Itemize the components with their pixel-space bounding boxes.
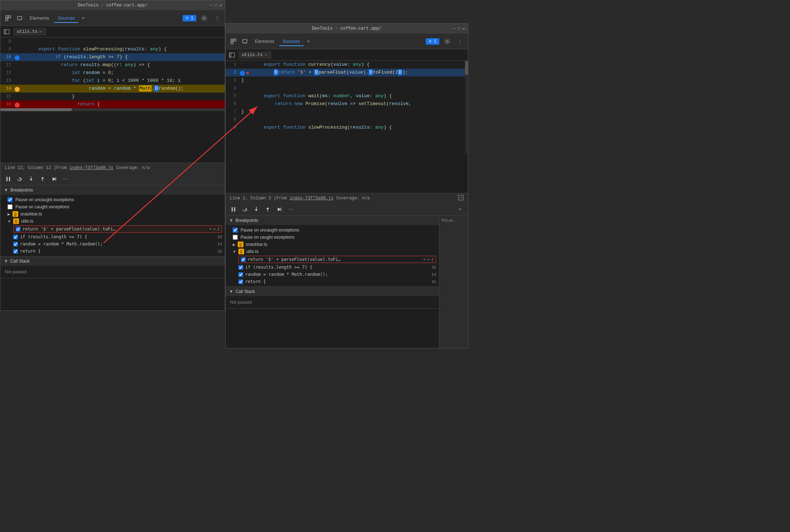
file-tab-row-1: utils.ts ✕ bbox=[0, 26, 225, 38]
pause-caught-checkbox-2[interactable] bbox=[233, 235, 238, 240]
close-btn-1[interactable]: ✕ bbox=[219, 3, 222, 8]
continue-btn-1[interactable] bbox=[49, 174, 59, 184]
device-icon-2[interactable] bbox=[240, 36, 250, 46]
bp-length-checkbox-1[interactable] bbox=[13, 235, 18, 239]
bp-currency-checkbox-2[interactable] bbox=[241, 257, 246, 262]
breakpoints-label-1: Breakpoints bbox=[10, 188, 33, 193]
scrollbar-thumb-1[interactable] bbox=[0, 108, 72, 111]
panel-expand-btn-2[interactable]: » bbox=[455, 204, 465, 214]
snackbar-label-1: snackbar.ts bbox=[20, 212, 42, 217]
window-controls-2[interactable]: — □ ✕ bbox=[453, 26, 465, 31]
device-icon-1[interactable] bbox=[15, 13, 25, 23]
cursor-position-1: Line 12, Column 12 bbox=[5, 165, 51, 170]
minimize-btn-2[interactable]: — bbox=[453, 26, 455, 31]
window-title-2: DevTools - coffee-cart.app/ bbox=[312, 26, 381, 31]
settings-icon-1[interactable] bbox=[199, 13, 209, 23]
call-stack-header-2[interactable]: ▼ Call Stack bbox=[226, 287, 439, 296]
bp-item-currency-2: return '$' + parseFloat(value).toFi… ✎ ✕… bbox=[238, 256, 436, 263]
maximize-btn-1[interactable]: □ bbox=[215, 3, 217, 8]
bp-edit-icon-2[interactable]: ✎ bbox=[423, 257, 426, 262]
scrollbar-h-1[interactable] bbox=[0, 108, 225, 111]
deactivate-btn-1[interactable] bbox=[60, 174, 70, 184]
tab-more-2[interactable]: » bbox=[305, 37, 312, 45]
console-badge-1[interactable]: ≡ 1 bbox=[183, 15, 196, 21]
minimize-btn-1[interactable]: — bbox=[210, 3, 212, 8]
sidebar-toggle-2[interactable] bbox=[227, 50, 237, 60]
pause-uncaught-item-1: Pause on uncaught exceptions bbox=[0, 196, 225, 203]
console-badge-2[interactable]: ≡ 1 bbox=[426, 38, 439, 45]
step-out-btn-2[interactable] bbox=[263, 204, 273, 214]
snackbar-group-1[interactable]: ▶ {} snackbar.ts bbox=[0, 210, 225, 218]
utils-arrow-1: ▼ bbox=[8, 219, 11, 223]
utils-group-2[interactable]: ▼ {} utils.ts bbox=[226, 248, 439, 255]
svg-rect-3 bbox=[18, 16, 22, 20]
pause-uncaught-checkbox-1[interactable] bbox=[8, 197, 13, 202]
source-file-link-1[interactable]: index-73f73a80.js bbox=[70, 165, 113, 170]
breakpoints-header-2[interactable]: ▼ Breakpoints bbox=[226, 216, 439, 225]
coverage-icon-2[interactable] bbox=[458, 195, 464, 202]
code-line-16: 16 return { bbox=[0, 100, 225, 108]
cursor-position-2: Line 2, Column 3 bbox=[230, 196, 271, 201]
inspect-icon-1[interactable] bbox=[3, 13, 13, 23]
file-tab-close-1[interactable]: ✕ bbox=[40, 29, 42, 34]
code-line-2-2: 2 ◀ Dreturn '$' + DparseFloat(value).Dto… bbox=[226, 69, 468, 76]
bp-item-currency-1: return '$' + parseFloat(value).toFi… ✎ ✕… bbox=[13, 225, 222, 233]
file-tab-row-2: utils.ts ✕ bbox=[226, 49, 468, 61]
close-btn-2[interactable]: ✕ bbox=[463, 26, 465, 31]
pause-resume-btn-1[interactable] bbox=[3, 174, 13, 184]
svg-rect-6 bbox=[4, 30, 6, 34]
pause-caught-label-1: Pause on caught exceptions bbox=[15, 204, 69, 209]
maximize-btn-2[interactable]: □ bbox=[458, 26, 460, 31]
bp-delete-icon-1[interactable]: ✕ bbox=[213, 227, 216, 232]
utils-icon-1: {} bbox=[13, 218, 19, 224]
tab-bar-2: Elements Sources » ≡ 1 ⋮ bbox=[226, 34, 468, 49]
bp-return-checkbox-1[interactable] bbox=[13, 249, 18, 254]
scrollbar-v-2[interactable] bbox=[465, 61, 468, 154]
step-into-btn-2[interactable] bbox=[251, 204, 261, 214]
step-into-btn-1[interactable] bbox=[26, 174, 36, 184]
call-stack-label-2: Call Stack bbox=[236, 289, 255, 294]
sidebar-toggle-1[interactable] bbox=[2, 27, 12, 37]
pause-caught-checkbox-1[interactable] bbox=[8, 204, 13, 209]
file-tab-utils-1[interactable]: utils.ts ✕ bbox=[13, 28, 46, 36]
more-icon-1[interactable]: ⋮ bbox=[212, 13, 222, 23]
bp-edit-icon-1[interactable]: ✎ bbox=[209, 227, 212, 232]
status-bar-1: Line 12, Column 12 (From index-73f73a80.… bbox=[0, 163, 225, 173]
call-stack-header-1[interactable]: ▼ Call Stack bbox=[0, 257, 225, 266]
tab-more-1[interactable]: » bbox=[80, 14, 87, 22]
file-tab-close-2[interactable]: ✕ bbox=[265, 53, 267, 57]
svg-rect-17 bbox=[231, 42, 233, 44]
bp-currency-checkbox-1[interactable] bbox=[16, 227, 20, 232]
bp-random-checkbox-2[interactable] bbox=[238, 272, 243, 277]
devtools-window-1: DevTools - coffee-cart.app/ — □ ✕ Elemen… bbox=[0, 0, 225, 311]
utils-label-2: utils.ts bbox=[246, 249, 258, 254]
source-file-link-2[interactable]: index-73f73a80.js bbox=[290, 196, 333, 201]
inspect-icon-2[interactable] bbox=[228, 36, 238, 46]
settings-icon-2[interactable] bbox=[442, 36, 452, 46]
snackbar-group-2[interactable]: ▶ {} snackbar.ts bbox=[226, 241, 439, 248]
breakpoints-panel-1: ▼ Breakpoints Pause on uncaught exceptio… bbox=[0, 185, 225, 257]
tab-elements-1[interactable]: Elements bbox=[26, 13, 53, 23]
code-area-1: 8 9 export function slowProcessing(resul… bbox=[0, 38, 225, 163]
pause-resume-btn-2[interactable] bbox=[228, 204, 238, 214]
bp-random-checkbox-1[interactable] bbox=[13, 242, 18, 247]
step-over-btn-2[interactable] bbox=[240, 204, 250, 214]
step-out-btn-1[interactable] bbox=[38, 174, 48, 184]
tab-sources-2[interactable]: Sources bbox=[279, 36, 303, 46]
tab-elements-2[interactable]: Elements bbox=[251, 36, 278, 46]
main-content-2: ▼ Breakpoints Pause on uncaught exceptio… bbox=[226, 216, 468, 348]
utils-group-1[interactable]: ▼ {} utils.ts bbox=[0, 218, 225, 225]
pause-uncaught-checkbox-2[interactable] bbox=[233, 228, 238, 233]
bp-length-checkbox-2[interactable] bbox=[238, 265, 243, 270]
bp-return-checkbox-2[interactable] bbox=[238, 279, 243, 284]
snackbar-icon-2: {} bbox=[238, 242, 243, 247]
bp-delete-icon-2[interactable]: ✕ bbox=[427, 257, 430, 262]
file-tab-utils-2[interactable]: utils.ts ✕ bbox=[238, 51, 271, 59]
tab-sources-1[interactable]: Sources bbox=[54, 13, 78, 23]
breakpoints-header-1[interactable]: ▼ Breakpoints bbox=[0, 185, 225, 195]
window-controls-1[interactable]: — □ ✕ bbox=[210, 3, 222, 8]
continue-btn-2[interactable] bbox=[274, 204, 284, 214]
deactivate-btn-2[interactable] bbox=[286, 204, 296, 214]
step-over-btn-1[interactable] bbox=[15, 174, 25, 184]
more-icon-2[interactable]: ⋮ bbox=[455, 36, 465, 46]
